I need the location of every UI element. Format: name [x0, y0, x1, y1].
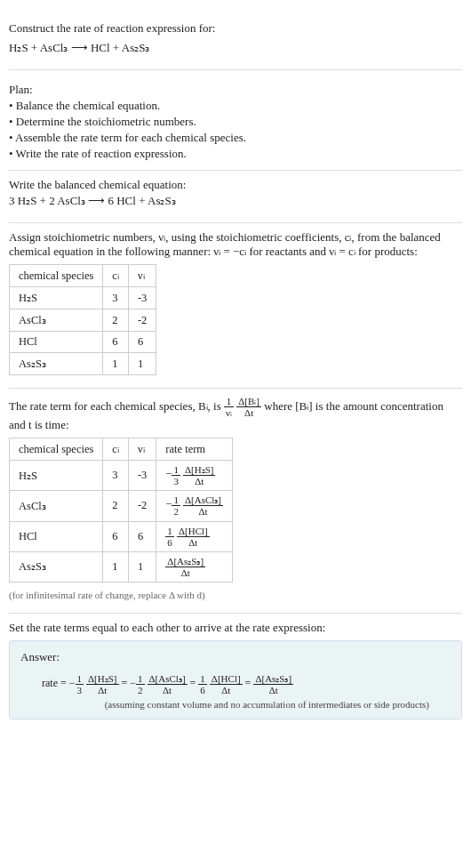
- cell: HCl: [10, 332, 103, 353]
- cell: -2: [128, 309, 156, 332]
- balanced-title: Write the balanced chemical equation:: [9, 178, 462, 192]
- cell: -3: [128, 461, 156, 491]
- set-equal-text: Set the rate terms equal to each other t…: [9, 621, 462, 635]
- cell: AsCl₃: [10, 309, 103, 332]
- table-row: As₂S₃11: [10, 353, 156, 375]
- cell: −12 Δ[AsCl₃]Δt: [156, 491, 233, 521]
- cell: As₂S₃: [10, 353, 103, 375]
- table-header-row: chemical species cᵢ νᵢ: [10, 265, 156, 287]
- table-row: HCl6616 Δ[HCl]Δt: [10, 521, 233, 551]
- cell: -3: [128, 287, 156, 309]
- table-row: AsCl₃2-2−12 Δ[AsCl₃]Δt: [10, 491, 233, 521]
- stoich-table: chemical species cᵢ νᵢ H₂S3-3 AsCl₃2-2 H…: [9, 264, 156, 375]
- table-row: HCl66: [10, 332, 156, 353]
- table-row: AsCl₃2-2: [10, 309, 156, 332]
- rate-term-intro: The rate term for each chemical species,…: [9, 396, 462, 432]
- cell: H₂S: [10, 287, 103, 309]
- prompt-text: Construct the rate of reaction expressio…: [9, 16, 462, 39]
- col-vi: νᵢ: [128, 438, 156, 461]
- col-species: chemical species: [10, 438, 103, 461]
- col-ci: cᵢ: [103, 265, 129, 287]
- cell: 6: [128, 521, 156, 551]
- final-section: Set the rate terms equal to each other t…: [9, 614, 462, 732]
- cell: 6: [128, 332, 156, 353]
- cell: As₂S₃: [10, 551, 103, 582]
- cell: −13 Δ[H₂S]Δt: [156, 461, 233, 491]
- cell: -2: [128, 491, 156, 521]
- plan-item: • Assemble the rate term for each chemic…: [9, 131, 462, 147]
- balanced-section: Write the balanced chemical equation: 3 …: [9, 171, 462, 223]
- answer-box: Answer: rate = −13 Δ[H₂S]Δt = −12 Δ[AsCl…: [9, 640, 462, 719]
- col-ci: cᵢ: [103, 438, 129, 461]
- col-rate-term: rate term: [156, 438, 233, 461]
- table-row: As₂S₃11Δ[As₂S₃]Δt: [10, 551, 233, 582]
- cell: 6: [103, 332, 129, 353]
- unbalanced-equation: H₂S + AsCl₃ ⟶ HCl + As₂S₃: [9, 39, 462, 62]
- table-row: H₂S3-3: [10, 287, 156, 309]
- stoich-text: Assign stoichiometric numbers, νᵢ, using…: [9, 230, 462, 259]
- plan-section: Plan: • Balance the chemical equation. •…: [9, 70, 462, 171]
- table-header-row: chemical species cᵢ νᵢ rate term: [10, 438, 233, 461]
- stoich-section: Assign stoichiometric numbers, νᵢ, using…: [9, 223, 462, 389]
- answer-rate-expression: rate = −13 Δ[H₂S]Δt = −12 Δ[AsCl₃]Δt = 1…: [20, 670, 451, 697]
- cell: 1: [103, 551, 129, 582]
- cell: H₂S: [10, 461, 103, 491]
- cell: 1: [128, 551, 156, 582]
- cell: HCl: [10, 521, 103, 551]
- prompt-section: Construct the rate of reaction expressio…: [9, 9, 462, 70]
- cell: 16 Δ[HCl]Δt: [156, 521, 233, 551]
- fraction: Δ[Bᵢ]Δt: [236, 396, 261, 418]
- fraction: 1νᵢ: [224, 396, 234, 418]
- answer-assumption-note: (assuming constant volume and no accumul…: [20, 697, 451, 710]
- rate-term-section: The rate term for each chemical species,…: [9, 389, 462, 614]
- infinitesimal-note: (for infinitesimal rate of change, repla…: [9, 588, 462, 606]
- cell: 2: [103, 491, 129, 521]
- plan-item: • Write the rate of reaction expression.: [9, 147, 462, 163]
- plan-title: Plan:: [9, 77, 462, 99]
- plan-item: • Balance the chemical equation.: [9, 99, 462, 115]
- cell: AsCl₃: [10, 491, 103, 521]
- rate-term-text-a: The rate term for each chemical species,…: [9, 399, 224, 413]
- col-species: chemical species: [10, 265, 103, 287]
- balanced-equation: 3 H₂S + 2 AsCl₃ ⟶ 6 HCl + As₂S₃: [9, 192, 462, 215]
- cell: Δ[As₂S₃]Δt: [156, 551, 233, 582]
- rate-term-table: chemical species cᵢ νᵢ rate term H₂S3-3−…: [9, 438, 233, 583]
- cell: 2: [103, 309, 129, 332]
- cell: 6: [103, 521, 129, 551]
- table-row: H₂S3-3−13 Δ[H₂S]Δt: [10, 461, 233, 491]
- cell: 1: [103, 353, 129, 375]
- plan-item: • Determine the stoichiometric numbers.: [9, 115, 462, 131]
- col-vi: νᵢ: [128, 265, 156, 287]
- cell: 1: [128, 353, 156, 375]
- cell: 3: [103, 461, 129, 491]
- cell: 3: [103, 287, 129, 309]
- answer-label: Answer:: [20, 650, 451, 670]
